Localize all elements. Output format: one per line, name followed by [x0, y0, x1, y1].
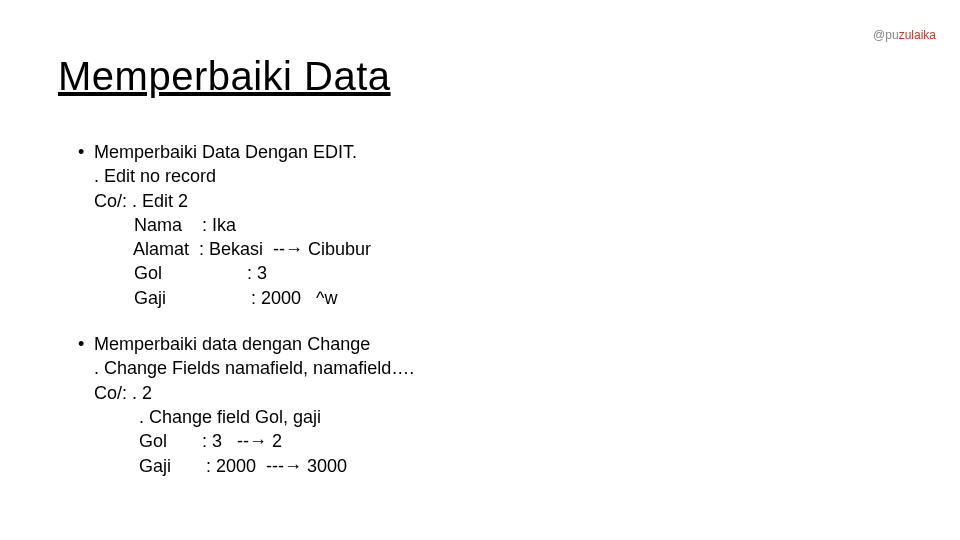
- bullet-line: Gol : 3: [94, 263, 267, 283]
- bullet-line: Alamat : Bekasi --→ Cibubur: [94, 239, 371, 259]
- bullet-line: Gol : 3 --→ 2: [94, 431, 282, 451]
- bullet-line: . Change field Gol, gaji: [94, 407, 321, 427]
- bullet-body: Memperbaiki Data Dengan EDIT. . Edit no …: [94, 140, 371, 310]
- bullet-lead: Memperbaiki Data Dengan EDIT.: [94, 142, 357, 162]
- bullet-marker: •: [78, 332, 94, 356]
- bullet-item: • Memperbaiki data dengan Change . Chang…: [78, 332, 414, 478]
- page-title: Memperbaiki Data: [58, 54, 391, 99]
- bullet-line: . Edit no record: [94, 166, 216, 186]
- bullet-line: . Change Fields namafield, namafield….: [94, 358, 414, 378]
- bullet-line: Nama : Ika: [94, 215, 236, 235]
- bullet-line: Co/: . Edit 2: [94, 191, 188, 211]
- slide-content: • Memperbaiki Data Dengan EDIT. . Edit n…: [78, 140, 414, 478]
- watermark-red: zulaika: [899, 28, 936, 42]
- bullet-marker: •: [78, 140, 94, 164]
- bullet-lead: Memperbaiki data dengan Change: [94, 334, 370, 354]
- bullet-line: Gaji : 2000 ^w: [94, 288, 338, 308]
- bullet-line: Co/: . 2: [94, 383, 152, 403]
- watermark-grey: @pu: [873, 28, 899, 42]
- bullet-line: Gaji : 2000 ---→ 3000: [94, 456, 347, 476]
- bullet-body: Memperbaiki data dengan Change . Change …: [94, 332, 414, 478]
- watermark: @puzulaika: [873, 28, 936, 42]
- bullet-item: • Memperbaiki Data Dengan EDIT. . Edit n…: [78, 140, 414, 310]
